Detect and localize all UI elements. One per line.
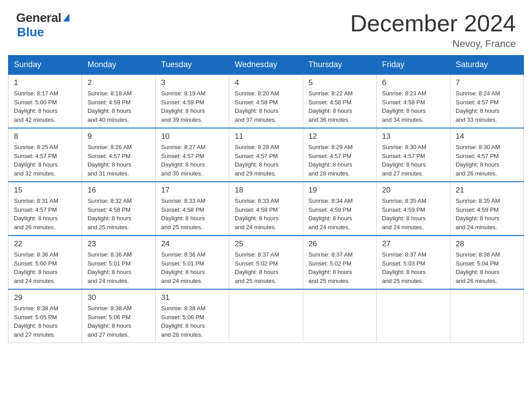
week-row-1: 1Sunrise: 8:17 AMSunset: 5:00 PMDaylight… [9, 74, 524, 128]
header-wednesday: Wednesday [229, 56, 303, 75]
month-title: December 2024 [350, 11, 516, 36]
header-friday: Friday [377, 56, 450, 75]
day-number: 17 [161, 186, 223, 195]
calendar-cell: 9Sunrise: 8:26 AMSunset: 4:57 PMDaylight… [82, 128, 155, 182]
calendar-cell: 30Sunrise: 8:38 AMSunset: 5:06 PMDayligh… [82, 289, 155, 343]
title-section: December 2024 Nevoy, France [350, 11, 516, 50]
day-info: Sunrise: 8:38 AMSunset: 5:04 PMDaylight:… [456, 250, 518, 285]
day-number: 20 [382, 186, 444, 195]
day-info: Sunrise: 8:27 AMSunset: 4:57 PMDaylight:… [161, 143, 223, 178]
logo-general-text: General [16, 11, 61, 25]
day-info: Sunrise: 8:23 AMSunset: 4:58 PMDaylight:… [382, 89, 444, 124]
day-number: 8 [14, 132, 76, 141]
calendar-cell: 8Sunrise: 8:25 AMSunset: 4:57 PMDaylight… [9, 128, 82, 182]
calendar-table: Sunday Monday Tuesday Wednesday Thursday… [8, 55, 524, 343]
calendar-cell: 18Sunrise: 8:33 AMSunset: 4:58 PMDayligh… [229, 182, 303, 235]
calendar-cell: 28Sunrise: 8:38 AMSunset: 5:04 PMDayligh… [450, 235, 523, 289]
day-info: Sunrise: 8:35 AMSunset: 4:59 PMDaylight:… [456, 197, 518, 231]
logo: General Blue [16, 11, 69, 39]
day-info: Sunrise: 8:18 AMSunset: 4:59 PMDaylight:… [87, 89, 150, 124]
calendar-cell [229, 289, 303, 343]
day-number: 29 [14, 293, 76, 302]
week-row-3: 15Sunrise: 8:31 AMSunset: 4:57 PMDayligh… [9, 182, 524, 235]
day-number: 1 [14, 78, 76, 87]
day-info: Sunrise: 8:19 AMSunset: 4:59 PMDaylight:… [161, 89, 223, 124]
calendar-cell: 21Sunrise: 8:35 AMSunset: 4:59 PMDayligh… [450, 182, 523, 235]
day-number: 7 [456, 78, 518, 87]
calendar-cell: 26Sunrise: 8:37 AMSunset: 5:02 PMDayligh… [303, 235, 376, 289]
header-thursday: Thursday [303, 56, 376, 75]
calendar-cell: 16Sunrise: 8:32 AMSunset: 4:58 PMDayligh… [82, 182, 155, 235]
day-info: Sunrise: 8:28 AMSunset: 4:57 PMDaylight:… [235, 143, 297, 178]
day-number: 16 [87, 186, 150, 195]
calendar-cell: 31Sunrise: 8:38 AMSunset: 5:06 PMDayligh… [155, 289, 229, 343]
day-number: 23 [87, 240, 150, 248]
calendar-cell: 19Sunrise: 8:34 AMSunset: 4:59 PMDayligh… [303, 182, 376, 235]
day-number: 10 [161, 132, 223, 141]
day-info: Sunrise: 8:37 AMSunset: 5:02 PMDaylight:… [235, 250, 297, 285]
header-tuesday: Tuesday [155, 56, 229, 75]
day-number: 25 [235, 240, 297, 248]
weekday-header-row: Sunday Monday Tuesday Wednesday Thursday… [9, 56, 524, 75]
calendar-cell: 11Sunrise: 8:28 AMSunset: 4:57 PMDayligh… [229, 128, 303, 182]
day-number: 30 [87, 293, 150, 302]
calendar-cell: 24Sunrise: 8:36 AMSunset: 5:01 PMDayligh… [155, 235, 229, 289]
calendar-cell: 14Sunrise: 8:30 AMSunset: 4:57 PMDayligh… [450, 128, 523, 182]
day-info: Sunrise: 8:37 AMSunset: 5:03 PMDaylight:… [382, 250, 444, 285]
calendar-cell [450, 289, 523, 343]
calendar-cell: 29Sunrise: 8:38 AMSunset: 5:05 PMDayligh… [9, 289, 82, 343]
calendar-cell: 27Sunrise: 8:37 AMSunset: 5:03 PMDayligh… [377, 235, 450, 289]
day-number: 14 [456, 132, 518, 141]
day-info: Sunrise: 8:32 AMSunset: 4:58 PMDaylight:… [87, 197, 150, 231]
calendar-cell: 7Sunrise: 8:24 AMSunset: 4:57 PMDaylight… [450, 74, 523, 128]
day-number: 21 [456, 186, 518, 195]
calendar-cell: 2Sunrise: 8:18 AMSunset: 4:59 PMDaylight… [82, 74, 155, 128]
day-info: Sunrise: 8:29 AMSunset: 4:57 PMDaylight:… [309, 143, 371, 178]
day-number: 31 [161, 293, 223, 302]
day-number: 12 [309, 132, 371, 141]
day-number: 22 [14, 240, 76, 248]
day-number: 26 [309, 240, 371, 248]
day-info: Sunrise: 8:25 AMSunset: 4:57 PMDaylight:… [14, 143, 76, 178]
day-number: 9 [87, 132, 150, 141]
calendar-cell: 17Sunrise: 8:33 AMSunset: 4:58 PMDayligh… [155, 182, 229, 235]
calendar-cell: 12Sunrise: 8:29 AMSunset: 4:57 PMDayligh… [303, 128, 376, 182]
day-number: 11 [235, 132, 297, 141]
day-info: Sunrise: 8:26 AMSunset: 4:57 PMDaylight:… [87, 143, 150, 178]
day-number: 5 [309, 78, 371, 87]
calendar-cell: 1Sunrise: 8:17 AMSunset: 5:00 PMDaylight… [9, 74, 82, 128]
day-number: 27 [382, 240, 444, 248]
calendar-cell: 5Sunrise: 8:22 AMSunset: 4:58 PMDaylight… [303, 74, 376, 128]
calendar-cell: 20Sunrise: 8:35 AMSunset: 4:59 PMDayligh… [377, 182, 450, 235]
calendar-cell: 22Sunrise: 8:36 AMSunset: 5:00 PMDayligh… [9, 235, 82, 289]
day-info: Sunrise: 8:20 AMSunset: 4:58 PMDaylight:… [235, 89, 297, 124]
location: Nevoy, France [350, 38, 516, 50]
day-number: 4 [235, 78, 297, 87]
day-info: Sunrise: 8:17 AMSunset: 5:00 PMDaylight:… [14, 89, 76, 124]
day-number: 19 [309, 186, 371, 195]
calendar-cell: 13Sunrise: 8:30 AMSunset: 4:57 PMDayligh… [377, 128, 450, 182]
day-number: 18 [235, 186, 297, 195]
day-info: Sunrise: 8:35 AMSunset: 4:59 PMDaylight:… [382, 197, 444, 231]
header: General Blue December 2024 Nevoy, France [0, 0, 532, 55]
day-number: 24 [161, 240, 223, 248]
day-info: Sunrise: 8:30 AMSunset: 4:57 PMDaylight:… [456, 143, 518, 178]
day-info: Sunrise: 8:36 AMSunset: 5:01 PMDaylight:… [161, 250, 223, 285]
header-saturday: Saturday [450, 56, 523, 75]
day-info: Sunrise: 8:36 AMSunset: 5:00 PMDaylight:… [14, 250, 76, 285]
day-number: 6 [382, 78, 444, 87]
logo-triangle-icon [63, 13, 69, 21]
day-info: Sunrise: 8:38 AMSunset: 5:06 PMDaylight:… [161, 304, 223, 339]
calendar-cell: 10Sunrise: 8:27 AMSunset: 4:57 PMDayligh… [155, 128, 229, 182]
day-info: Sunrise: 8:33 AMSunset: 4:58 PMDaylight:… [235, 197, 297, 231]
week-row-4: 22Sunrise: 8:36 AMSunset: 5:00 PMDayligh… [9, 235, 524, 289]
day-info: Sunrise: 8:37 AMSunset: 5:02 PMDaylight:… [309, 250, 371, 285]
day-info: Sunrise: 8:38 AMSunset: 5:06 PMDaylight:… [87, 304, 150, 339]
day-number: 13 [382, 132, 444, 141]
header-sunday: Sunday [9, 56, 82, 75]
day-number: 15 [14, 186, 76, 195]
day-info: Sunrise: 8:38 AMSunset: 5:05 PMDaylight:… [14, 304, 76, 339]
day-number: 3 [161, 78, 223, 87]
calendar-cell: 3Sunrise: 8:19 AMSunset: 4:59 PMDaylight… [155, 74, 229, 128]
calendar-cell: 15Sunrise: 8:31 AMSunset: 4:57 PMDayligh… [9, 182, 82, 235]
